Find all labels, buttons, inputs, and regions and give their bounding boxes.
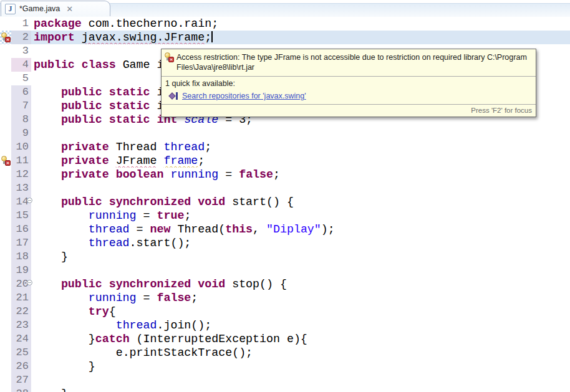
code-line[interactable]: 23 thread.join(); bbox=[0, 318, 570, 332]
quickfix-error-marker-icon[interactable] bbox=[1, 156, 11, 166]
code-line-text[interactable]: } bbox=[31, 387, 570, 392]
code-line[interactable]: 14 public synchronized void start() { bbox=[0, 195, 570, 209]
code-token bbox=[34, 223, 89, 236]
code-line-text[interactable]: e.printStackTrace(); bbox=[31, 346, 570, 360]
code-line[interactable]: 26 } bbox=[0, 360, 570, 373]
gutter-cell[interactable] bbox=[0, 209, 11, 222]
code-line-text[interactable]: import javax.swing.JFrame; bbox=[31, 31, 570, 44]
line-number: 16 bbox=[11, 222, 31, 236]
code-line[interactable]: 10 private Thread thread; bbox=[0, 140, 570, 154]
gutter-cell[interactable] bbox=[0, 332, 11, 346]
code-line[interactable]: 20 public synchronized void stop() { bbox=[0, 277, 570, 291]
tooltip-quickfix-section: 1 quick fix available: Search repositori… bbox=[162, 77, 536, 105]
line-number: 18 bbox=[11, 250, 31, 264]
code-line[interactable]: 18 } bbox=[0, 250, 570, 264]
gutter-marker-cell[interactable] bbox=[0, 154, 11, 168]
gutter-cell[interactable] bbox=[0, 360, 11, 373]
code-line[interactable]: 2import javax.swing.JFrame; bbox=[0, 31, 570, 44]
code-line-text[interactable]: thread = new Thread(this, "Diplay"); bbox=[31, 222, 570, 236]
code-token: JFrame bbox=[116, 155, 157, 167]
code-line-text[interactable] bbox=[31, 127, 570, 140]
code-line-text[interactable]: thread.join(); bbox=[31, 318, 570, 332]
code-line[interactable]: 15 running = true; bbox=[0, 209, 570, 222]
code-token: = bbox=[218, 168, 239, 181]
code-line[interactable]: 27 bbox=[0, 373, 570, 387]
code-line-text[interactable]: thread.start(); bbox=[31, 236, 570, 250]
code-line[interactable]: 12 private boolean running = false; bbox=[0, 168, 570, 181]
gutter-cell[interactable] bbox=[0, 140, 11, 154]
code-line-text[interactable]: private JFrame frame; bbox=[31, 154, 570, 168]
gutter-marker-cell[interactable] bbox=[0, 31, 11, 44]
code-line-text[interactable] bbox=[31, 181, 570, 195]
quickfix-link-row[interactable]: Search repositories for 'javax.swing' bbox=[165, 92, 532, 100]
gutter-cell[interactable] bbox=[0, 99, 11, 113]
code-token: = bbox=[137, 209, 157, 222]
code-line-text[interactable]: } bbox=[31, 250, 570, 264]
fold-collapse-icon[interactable] bbox=[27, 280, 32, 285]
code-token: , bbox=[253, 223, 266, 236]
code-line[interactable]: 11 private JFrame frame; bbox=[0, 154, 570, 168]
gutter-cell[interactable] bbox=[0, 181, 11, 195]
fold-collapse-icon[interactable] bbox=[27, 198, 32, 203]
gutter-cell[interactable] bbox=[0, 44, 11, 58]
gutter-cell[interactable] bbox=[0, 250, 11, 264]
gutter-cell[interactable] bbox=[0, 305, 11, 318]
tab-game-java[interactable]: J *Game.java ✕ bbox=[1, 1, 110, 16]
gutter-cell[interactable] bbox=[0, 168, 11, 181]
quickfix-error-marker-icon[interactable] bbox=[1, 32, 11, 42]
code-line-text[interactable]: running = true; bbox=[31, 209, 570, 222]
code-line-text[interactable]: } bbox=[31, 360, 570, 373]
code-line[interactable]: 9 bbox=[0, 127, 570, 140]
code-line-text[interactable]: private Thread thread; bbox=[31, 140, 570, 154]
gutter-cell[interactable] bbox=[0, 236, 11, 250]
code-line-text[interactable]: running = false; bbox=[31, 291, 570, 305]
gutter-cell[interactable] bbox=[0, 291, 11, 305]
code-token bbox=[75, 31, 82, 44]
code-line[interactable]: 25 e.printStackTrace(); bbox=[0, 346, 570, 360]
code-line-text[interactable]: try{ bbox=[31, 305, 570, 318]
gutter-cell[interactable] bbox=[0, 387, 11, 392]
gutter-cell[interactable] bbox=[0, 58, 11, 72]
gutter-cell[interactable] bbox=[0, 72, 11, 85]
line-number: 25 bbox=[11, 346, 31, 360]
gutter-cell[interactable] bbox=[0, 222, 11, 236]
gutter-cell[interactable] bbox=[0, 85, 11, 99]
code-line[interactable]: 13 bbox=[0, 181, 570, 195]
code-line[interactable]: 17 thread.start(); bbox=[0, 236, 570, 250]
code-line-text[interactable]: }catch (InterruptedException e){ bbox=[31, 332, 570, 346]
code-line[interactable]: 16 thread = new Thread(this, "Diplay"); bbox=[0, 222, 570, 236]
code-line[interactable]: 19 bbox=[0, 264, 570, 277]
code-line-text[interactable] bbox=[31, 373, 570, 387]
code-token bbox=[34, 168, 61, 181]
code-line[interactable]: 21 running = false; bbox=[0, 291, 570, 305]
gutter-cell[interactable] bbox=[0, 346, 11, 360]
code-token bbox=[157, 155, 164, 167]
gutter-cell[interactable] bbox=[0, 195, 11, 209]
gutter-cell[interactable] bbox=[0, 127, 11, 140]
code-line-text[interactable]: package com.thecherno.rain; bbox=[31, 17, 570, 31]
code-line[interactable]: 1package com.thecherno.rain; bbox=[0, 17, 570, 31]
gutter-cell[interactable] bbox=[0, 264, 11, 277]
gutter-cell[interactable] bbox=[0, 113, 11, 127]
code-line-text[interactable] bbox=[31, 264, 570, 277]
code-line-text[interactable]: public synchronized void stop() { bbox=[31, 277, 570, 291]
code-line-text[interactable]: private boolean running = false; bbox=[31, 168, 570, 181]
gutter-cell[interactable] bbox=[0, 318, 11, 332]
repository-search-icon bbox=[168, 92, 175, 99]
line-number: 27 bbox=[11, 373, 31, 387]
gutter-cell[interactable] bbox=[0, 373, 11, 387]
code-token: catch bbox=[95, 333, 130, 345]
line-number: 5 bbox=[11, 72, 31, 85]
gutter-cell[interactable] bbox=[0, 17, 11, 31]
code-line[interactable]: 24 }catch (InterruptedException e){ bbox=[0, 332, 570, 346]
code-line[interactable]: 22 try{ bbox=[0, 305, 570, 318]
code-line-text[interactable]: public synchronized void start() { bbox=[31, 195, 570, 209]
quickfix-header: 1 quick fix available: bbox=[165, 79, 532, 88]
line-number: 3 bbox=[11, 44, 31, 58]
quickfix-link[interactable]: Search repositories for 'javax.swing' bbox=[182, 92, 306, 100]
line-number: 21 bbox=[11, 291, 31, 305]
close-tab-icon[interactable]: ✕ bbox=[66, 5, 73, 13]
gutter-cell[interactable] bbox=[0, 277, 11, 291]
line-number: 24 bbox=[11, 332, 31, 346]
code-line[interactable]: 28 } bbox=[0, 387, 570, 392]
